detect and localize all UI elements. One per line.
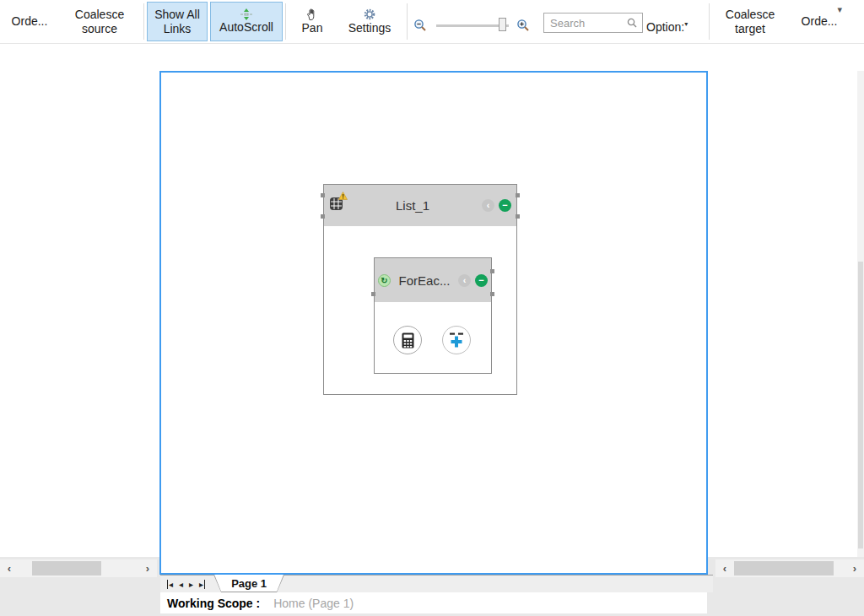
order-source-button[interactable]: Orde... — [3, 2, 56, 41]
page-tab[interactable]: Page 1 — [213, 575, 284, 592]
connector-stub[interactable] — [516, 193, 520, 197]
scroll-left-icon[interactable]: ‹ — [716, 559, 734, 577]
options-dropdown[interactable]: Option:▾ — [646, 20, 688, 34]
calculator-function-node[interactable] — [393, 326, 422, 354]
working-scope-label: Working Scope : — [167, 597, 260, 610]
search-icon[interactable] — [626, 17, 638, 29]
foreach-header[interactable]: ↻ ForEac... ‹ − — [375, 258, 491, 302]
connector-stub[interactable] — [321, 214, 325, 219]
foreach-icon: ↻ — [378, 274, 391, 287]
previous-page-icon[interactable]: ◂ — [179, 580, 183, 589]
toolbar-separator — [709, 3, 710, 40]
list-1-header[interactable]: List_1 ‹ − — [324, 185, 516, 226]
search-box — [543, 13, 643, 33]
connector-stub[interactable] — [516, 214, 520, 219]
minimize-button[interactable]: − — [475, 274, 488, 287]
add-item-function-node[interactable] — [442, 326, 471, 354]
connector-stub[interactable] — [371, 292, 375, 296]
working-scope-value: Home (Page 1) — [273, 597, 354, 610]
button-label: Coalesce source — [69, 8, 130, 36]
working-scope-bar: Working Scope : Home (Page 1) — [160, 592, 707, 613]
chevron-down-icon: ▾ — [684, 20, 688, 28]
zoom-slider-thumb[interactable] — [499, 18, 506, 31]
page-navigation: ◂ ◂ ▸ ▸ — [160, 575, 213, 592]
scrollbar-thumb[interactable] — [734, 561, 834, 575]
settings-gear-icon — [363, 8, 376, 21]
toolbar: Orde... Coalesce source Show All Links A… — [0, 0, 864, 44]
right-vertical-scrollbar[interactable] — [857, 71, 864, 557]
collapse-back-button[interactable]: ‹ — [458, 274, 471, 287]
scrollbar-track[interactable] — [19, 559, 138, 577]
box-title: List_1 — [348, 198, 478, 213]
button-label: Orde... — [802, 14, 838, 29]
options-label: Option: — [646, 20, 684, 34]
coalesce-source-button[interactable]: Coalesce source — [57, 2, 142, 41]
first-page-icon[interactable]: ◂ — [167, 580, 173, 589]
connector-stub[interactable] — [490, 292, 494, 296]
search-input[interactable] — [544, 15, 626, 31]
button-label: Orde... — [12, 14, 48, 29]
autoscroll-icon — [240, 8, 253, 20]
connector-stub[interactable] — [490, 269, 494, 273]
scrollbar-track[interactable] — [734, 559, 845, 577]
scroll-right-icon[interactable]: › — [845, 559, 864, 577]
scroll-left-icon[interactable]: ‹ — [0, 559, 19, 577]
tab-overflow-caret-icon[interactable]: ▾ — [837, 4, 842, 15]
button-label: Show All Links — [151, 8, 203, 36]
button-label: Pan — [302, 21, 323, 35]
pan-button[interactable]: Pan — [290, 2, 334, 41]
foreach-box[interactable]: ↻ ForEac... ‹ − — [374, 257, 492, 374]
warning-icon — [338, 192, 348, 200]
scrollbar-thumb[interactable] — [32, 561, 101, 575]
add-icon — [449, 332, 464, 348]
right-horizontal-scrollbar[interactable]: ‹ › — [716, 559, 864, 577]
calculator-icon — [402, 332, 414, 349]
toolbar-separator — [143, 3, 144, 40]
settings-button[interactable]: Settings — [338, 2, 402, 41]
button-label: Settings — [348, 21, 392, 35]
connector-stub[interactable] — [321, 193, 325, 197]
collapse-back-button[interactable]: ‹ — [482, 199, 494, 212]
minimize-button[interactable]: − — [499, 199, 511, 212]
zoom-out-icon[interactable] — [413, 19, 427, 32]
pan-hand-icon — [305, 8, 319, 21]
autoscroll-button[interactable]: AutoScroll — [210, 2, 283, 41]
zoom-in-icon[interactable] — [516, 19, 530, 32]
box-title: ForEac... — [395, 273, 454, 288]
button-label: Coalesce target — [721, 8, 780, 36]
page-tab-label: Page 1 — [214, 575, 284, 592]
coalesce-target-button[interactable]: Coalesce target — [714, 2, 786, 41]
scrollbar-thumb[interactable] — [858, 262, 863, 548]
left-horizontal-scrollbar[interactable]: ‹ › — [0, 559, 157, 577]
scroll-right-icon[interactable]: › — [138, 559, 157, 577]
show-all-links-button[interactable]: Show All Links — [147, 2, 208, 41]
toolbar-separator — [407, 3, 408, 40]
button-label: AutoScroll — [219, 20, 273, 35]
last-page-icon[interactable]: ▸ — [199, 580, 205, 589]
toolbar-separator — [285, 3, 286, 40]
next-page-icon[interactable]: ▸ — [189, 580, 193, 589]
page-tab-strip: ◂ ◂ ▸ ▸ Page 1 — [160, 575, 713, 592]
list-icon — [329, 197, 343, 214]
